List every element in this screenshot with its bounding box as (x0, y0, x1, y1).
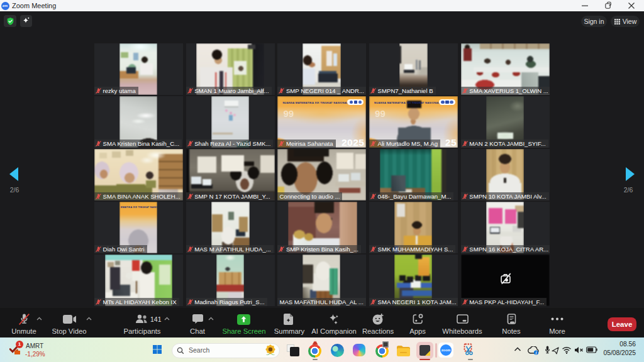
svg-text:i: i (536, 351, 537, 355)
